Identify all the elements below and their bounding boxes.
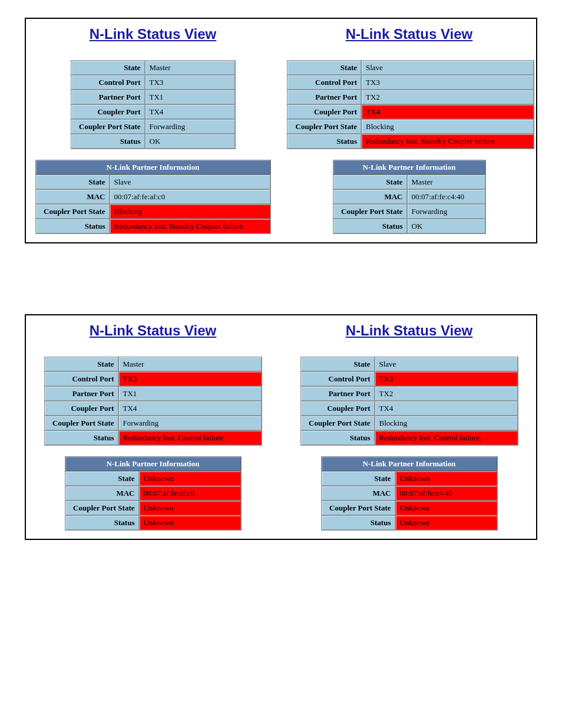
table-row: N-Link Partner Information: [36, 160, 270, 174]
coupler-port-value: TX4: [119, 401, 262, 416]
partner-coupler-port-state-label: Coupler Port State: [65, 501, 139, 515]
status-table: StateSlaveControl PortTX3Partner PortTX2…: [287, 60, 534, 149]
table-row: StatusUnknown: [65, 516, 241, 530]
partner-coupler-port-state-value: Unknown: [140, 501, 241, 515]
status-panel: N-Link Status ViewStateMasterControl Por…: [31, 24, 275, 234]
status-label: Status: [301, 431, 375, 445]
table-row: Coupler Port StateForwarding: [71, 120, 235, 134]
status-value: Redundancy lost. Control failure.: [119, 431, 262, 445]
page-title[interactable]: N-Link Status View: [287, 26, 531, 42]
table-row: Partner PortTX1: [45, 387, 262, 401]
control-port-value: TX3: [362, 75, 534, 90]
coupler-port-state-label: Coupler Port State: [287, 120, 361, 134]
coupler-port-value: TX4: [362, 105, 534, 119]
table-row: Partner PortTX1: [71, 90, 235, 104]
table-row: StateSlave: [301, 357, 518, 371]
coupler-port-label: Coupler Port: [301, 401, 375, 416]
partner-status-value: Redundancy lost. Standby Coupler failure…: [110, 219, 270, 233]
partner-table: N-Link Partner InformationStateUnknownMA…: [321, 456, 498, 531]
control-port-value: TX3: [375, 372, 518, 386]
partner-table: N-Link Partner InformationStateSlaveMAC0…: [35, 160, 271, 234]
status-label: Status: [287, 134, 361, 149]
page-title[interactable]: N-Link Status View: [287, 322, 531, 339]
partner-table: N-Link Partner InformationStateUnknownMA…: [65, 456, 242, 531]
table-row: MAC00:07:af:fe:c4:40: [333, 190, 485, 204]
table-row: Control PortTX3: [71, 75, 235, 90]
partner-port-value: TX2: [362, 90, 534, 104]
table-row: StatusRedundancy lost. Control failure.: [45, 431, 262, 445]
partner-status-value: OK: [408, 219, 485, 233]
table-row: StateUnknown: [65, 472, 241, 486]
table-row: N-Link Partner Information: [322, 457, 497, 471]
partner-state-value: Unknown: [396, 472, 497, 486]
partner-info-header: N-Link Partner Information: [333, 160, 485, 174]
table-row: StatusOK: [333, 219, 485, 233]
status-label: Status: [45, 431, 118, 445]
table-row: Coupler Port StateForwarding: [45, 416, 262, 430]
status-value: Redundancy lost. Control failure.: [375, 431, 518, 445]
partner-port-value: TX1: [119, 387, 262, 401]
table-row: MAC00:07:af:fe:af:c0: [65, 486, 241, 500]
table-row: Coupler Port StateUnknown: [65, 501, 241, 515]
table-row: Coupler PortTX4: [287, 105, 534, 119]
status-value: Redundancy lost. Standby Coupler failure…: [362, 134, 534, 149]
status-label: Status: [71, 134, 145, 149]
partner-state-label: State: [65, 472, 139, 486]
page-title[interactable]: N-Link Status View: [31, 322, 275, 339]
table-row: StatusRedundancy lost. Standby Coupler f…: [36, 219, 270, 233]
coupler-port-label: Coupler Port: [71, 105, 145, 119]
coupler-port-state-label: Coupler Port State: [71, 120, 145, 134]
coupler-port-state-value: Forwarding: [119, 416, 262, 430]
panel-group-1: N-Link Status ViewStateMasterControl Por…: [25, 314, 537, 540]
partner-status-label: Status: [322, 516, 395, 530]
coupler-port-state-value: Blocking: [375, 416, 518, 430]
state-label: State: [287, 61, 361, 75]
control-port-label: Control Port: [71, 75, 145, 90]
page-title[interactable]: N-Link Status View: [31, 26, 275, 42]
table-row: Control PortTX3: [45, 372, 262, 386]
table-row: Coupler Port StateBlocking: [301, 416, 518, 430]
table-row: StatusRedundancy lost. Control failure.: [301, 431, 518, 445]
coupler-port-state-value: Blocking: [362, 120, 534, 134]
partner-status-value: Unknown: [140, 516, 241, 530]
partner-mac-label: MAC: [65, 486, 139, 500]
state-value: Slave: [362, 61, 534, 75]
control-port-value: TX3: [119, 372, 262, 386]
partner-mac-label: MAC: [333, 190, 407, 204]
partner-coupler-port-state-label: Coupler Port State: [322, 501, 395, 515]
coupler-port-value: TX4: [375, 401, 518, 416]
table-row: StateUnknown: [322, 472, 497, 486]
table-row: StateMaster: [45, 357, 262, 371]
partner-mac-value: 00:07:af:fe:af:c0: [140, 486, 241, 500]
status-table: StateMasterControl PortTX3Partner PortTX…: [71, 60, 236, 149]
partner-mac-value: 00:07:af:fe:c4:40: [396, 486, 497, 500]
partner-port-value: TX1: [146, 90, 235, 104]
partner-state-label: State: [322, 472, 395, 486]
partner-status-label: Status: [65, 516, 139, 530]
table-row: StateSlave: [36, 175, 270, 189]
partner-info-header: N-Link Partner Information: [65, 457, 241, 471]
table-row: Partner PortTX2: [301, 387, 518, 401]
partner-port-label: Partner Port: [301, 387, 375, 401]
coupler-port-state-value: Forwarding: [146, 120, 235, 134]
table-row: MAC00:07:af:fe:c4:40: [322, 486, 497, 500]
partner-state-label: State: [36, 175, 110, 189]
table-row: N-Link Partner Information: [65, 457, 241, 471]
table-row: Coupler PortTX4: [301, 401, 518, 416]
state-label: State: [71, 61, 145, 75]
partner-state-value: Master: [408, 175, 485, 189]
state-value: Master: [146, 61, 235, 75]
table-row: Coupler Port StateBlocking: [287, 120, 534, 134]
table-row: StateMaster: [71, 61, 235, 75]
partner-status-value: Unknown: [396, 516, 497, 530]
partner-coupler-port-state-value: Forwarding: [408, 205, 485, 219]
table-row: N-Link Partner Information: [333, 160, 485, 174]
coupler-port-state-label: Coupler Port State: [301, 416, 375, 430]
partner-mac-value: 00:07:af:fe:c4:40: [408, 190, 485, 204]
table-row: Control PortTX3: [301, 372, 518, 386]
table-row: Control PortTX3: [287, 75, 534, 90]
table-row: Coupler Port StateBlocking: [36, 205, 270, 219]
partner-state-value: Slave: [110, 175, 270, 189]
state-value: Master: [119, 357, 262, 371]
control-port-label: Control Port: [45, 372, 118, 386]
